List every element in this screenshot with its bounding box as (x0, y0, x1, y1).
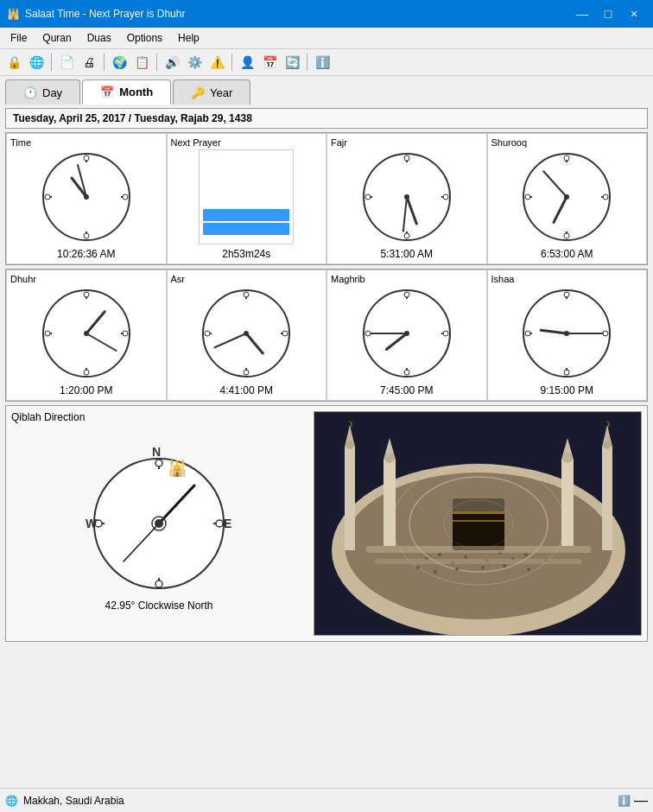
maghrib-clock (359, 286, 454, 381)
svg-text:E: E (224, 517, 231, 530)
toolbar-calendar[interactable]: 📅 (259, 52, 280, 73)
svg-point-89 (155, 460, 162, 466)
time-label: Time (10, 137, 31, 148)
fajr-clock (359, 149, 454, 244)
ishaa-label: Ishaa (491, 274, 515, 284)
svg-text:S: S (153, 590, 161, 593)
svg-point-53 (244, 292, 249, 297)
tab-day[interactable]: 🕐 Day (5, 79, 80, 105)
toolbar-sep-4 (231, 54, 232, 71)
qiblah-direction-text: 42.95° Clockwise North (11, 599, 307, 612)
svg-text:N: N (152, 445, 161, 459)
next-prayer-label: Next Prayer (171, 137, 221, 148)
prayer-cell-shurooq: Shurooq 6:53:00 AM (487, 133, 648, 264)
time-clock (39, 149, 134, 244)
asr-label: Asr (171, 274, 186, 284)
tab-month-icon: 📅 (100, 86, 114, 98)
svg-point-127 (438, 553, 441, 556)
maximize-button[interactable]: □ (596, 5, 620, 22)
compass-container: N S E W 🕌 (11, 428, 307, 593)
qiblah-title: Qiblah Direction (11, 411, 307, 423)
svg-point-139 (527, 568, 530, 571)
svg-point-138 (503, 564, 506, 568)
close-button[interactable]: × (622, 5, 646, 22)
toolbar-sound[interactable]: 🔊 (162, 52, 182, 73)
svg-point-5 (84, 155, 89, 161)
prayer-cell-dhuhr: Dhuhr 1:20:00 PM (6, 270, 167, 401)
tab-year-label: Year (210, 86, 232, 99)
toolbar-web[interactable]: 🌍 (109, 52, 130, 73)
prayer-cell-ishaa: Ishaa 9:15:00 PM (487, 270, 648, 401)
svg-text:☽: ☽ (603, 420, 611, 429)
svg-point-32 (525, 194, 530, 200)
svg-point-44 (45, 331, 50, 336)
svg-point-47 (84, 331, 89, 336)
prayer-cell-next: Next Prayer 2h53m24s (167, 133, 327, 264)
dhuhr-clock (39, 286, 134, 381)
menu-options[interactable]: Options (120, 29, 169, 47)
toolbar-person[interactable]: 👤 (237, 52, 257, 73)
toolbar-lock[interactable]: 🔒 (3, 52, 24, 73)
toolbar-info[interactable]: ℹ️ (312, 52, 333, 73)
asr-value: 4:41:00 PM (220, 384, 273, 396)
svg-rect-117 (384, 460, 396, 546)
minimize-button[interactable]: — (570, 5, 594, 22)
svg-point-54 (282, 331, 288, 336)
ishaa-clock (519, 286, 614, 381)
shurooq-label: Shurooq (491, 137, 528, 148)
svg-text:🕌: 🕌 (168, 459, 187, 478)
svg-point-116 (603, 441, 612, 449)
svg-point-79 (564, 370, 569, 375)
prayer-cell-maghrib: Maghrib 7:45:00 PM (326, 270, 487, 401)
svg-point-65 (404, 292, 409, 297)
svg-point-43 (84, 370, 89, 375)
qiblah-left: Qiblah Direction N (11, 411, 307, 636)
menu-duas[interactable]: Duas (80, 29, 118, 47)
svg-point-7 (84, 233, 89, 238)
menu-help[interactable]: Help (171, 29, 206, 47)
svg-point-122 (562, 453, 573, 463)
svg-rect-141 (366, 546, 591, 553)
compass-svg: N S E W 🕌 (81, 428, 237, 593)
svg-text:W: W (86, 517, 98, 530)
toolbar-list[interactable]: 📋 (131, 52, 152, 73)
menu-quran[interactable]: Quran (35, 29, 78, 47)
status-progress-icon: — (634, 793, 648, 809)
svg-point-135 (434, 570, 437, 574)
svg-point-31 (564, 233, 569, 238)
toolbar-sep-3 (156, 54, 157, 71)
toolbar-settings[interactable]: ⚙️ (184, 52, 205, 73)
status-bar: 🌐 Makkah, Saudi Arabia ℹ️ — (0, 788, 653, 812)
next-prayer-value: 2h53m24s (222, 248, 270, 260)
svg-point-83 (564, 331, 569, 336)
tab-month[interactable]: 📅 Month (82, 79, 171, 105)
svg-point-67 (404, 370, 409, 375)
svg-rect-120 (561, 460, 574, 546)
prayer-grid-row2: Dhuhr 1:20:00 PM Asr (5, 269, 648, 402)
svg-rect-107 (453, 520, 504, 522)
window-title: Salaat Time - Next Prayer is Dhuhr (25, 8, 185, 20)
time-value: 10:26:36 AM (57, 248, 115, 260)
tab-day-label: Day (42, 86, 62, 99)
toolbar-warning[interactable]: ⚠️ (206, 52, 227, 73)
svg-point-137 (481, 566, 485, 569)
prayer-grid-row1: Time 10:26:36 AM (5, 132, 648, 265)
menu-bar: File Quran Duas Options Help (0, 28, 653, 49)
svg-rect-114 (602, 447, 612, 550)
dhuhr-value: 1:20:00 PM (60, 384, 112, 396)
toolbar-document[interactable]: 📄 (56, 52, 77, 73)
svg-point-56 (205, 331, 210, 336)
toolbar-globe[interactable]: 🌐 (26, 52, 47, 73)
title-bar-controls: — □ × (570, 5, 646, 22)
svg-point-113 (346, 441, 354, 449)
svg-text:☽: ☽ (346, 420, 353, 429)
svg-point-91 (155, 580, 162, 587)
svg-point-8 (45, 194, 50, 200)
toolbar-refresh[interactable]: 🔄 (282, 52, 302, 73)
svg-point-133 (524, 553, 528, 556)
svg-point-19 (404, 233, 409, 238)
svg-point-41 (84, 292, 89, 297)
tab-year[interactable]: 🔑 Year (173, 79, 250, 105)
menu-file[interactable]: File (3, 29, 34, 47)
toolbar-print[interactable]: 🖨 (79, 52, 99, 73)
